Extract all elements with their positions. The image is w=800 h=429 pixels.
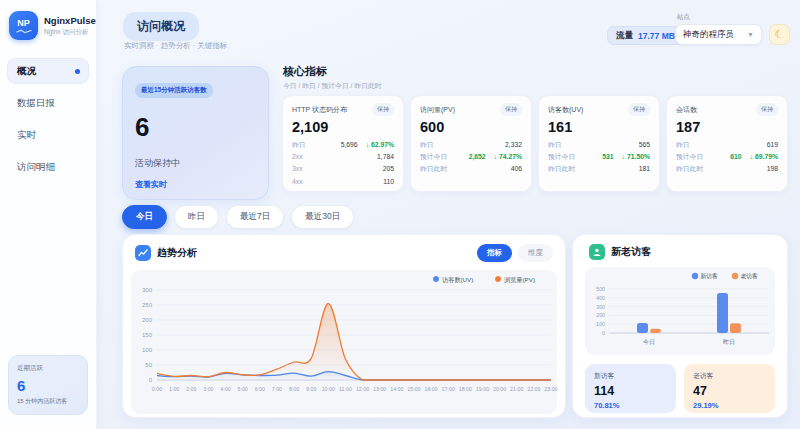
svg-text:0: 0	[602, 330, 605, 336]
main-content: 访问概况 实时洞察 · 趋势分析 · 关键指标 流量 17.77 MB 站点 神…	[97, 0, 800, 429]
stat-label: 老访客	[693, 371, 766, 381]
visitors-title: 新老访客	[611, 245, 651, 259]
sidebar-item-visit-detail[interactable]: 访问明细	[7, 154, 89, 180]
app-subtitle: Nginx 访问分析	[44, 28, 96, 37]
svg-text:2:00: 2:00	[186, 386, 196, 392]
active-visitors-status: 活动保持中	[135, 157, 256, 170]
metric-cards-row: HTTP 状态码分布 保持 2,109 昨日5,696↓ 62.97%2xx1,…	[282, 95, 788, 192]
svg-text:100: 100	[142, 347, 153, 353]
metric-label: 访客数(UV)	[548, 105, 583, 115]
svg-text:4:00: 4:00	[220, 386, 230, 392]
metric-value: 187	[676, 119, 778, 135]
sidebar-item-daily-report[interactable]: 数据日报	[7, 90, 89, 116]
svg-text:14:00: 14:00	[390, 386, 403, 392]
tab-last-30-days[interactable]: 最近30日	[291, 205, 354, 229]
svg-text:新访客: 新访客	[701, 273, 719, 280]
sidebar-item-label: 实时	[17, 129, 36, 142]
visitors-icon	[589, 244, 605, 260]
view-realtime-link[interactable]: 查看实时	[135, 179, 256, 190]
svg-text:访客数(UV): 访客数(UV)	[442, 276, 473, 284]
logo-text: NP	[17, 18, 30, 28]
sidebar-nav: 概况 数据日报 实时 访问明细	[0, 58, 96, 180]
svg-text:9:00: 9:00	[306, 386, 316, 392]
metric-row: 昨日此时181	[548, 163, 650, 175]
stat-value: 114	[594, 384, 667, 398]
svg-text:15:00: 15:00	[407, 386, 420, 392]
legend-item[interactable]: 新访客	[692, 273, 718, 281]
theme-toggle-button[interactable]: ☾	[769, 24, 790, 45]
svg-text:400: 400	[596, 295, 605, 301]
metric-row: 昨日此时406	[420, 163, 522, 175]
legend-item[interactable]: 访客数(UV)	[433, 276, 474, 284]
sidebar: NP NginxPulse Nginx 访问分析 概况 数据日报 实时 访问明细…	[0, 0, 97, 429]
active-visitors-badge: 最近15分钟活跃访客数	[135, 83, 213, 98]
svg-text:500: 500	[596, 286, 605, 292]
trend-line-chart: 0501001502002503000:001:002:003:004:005:…	[131, 270, 557, 414]
metric-value: 161	[548, 119, 650, 135]
metric-value: 600	[420, 119, 522, 135]
svg-text:300: 300	[596, 304, 605, 310]
sidebar-item-label: 数据日报	[17, 97, 55, 110]
tab-today[interactable]: 今日	[122, 205, 167, 229]
svg-text:22:00: 22:00	[527, 386, 540, 392]
metric-row: 预计今日610↓ 69.79%	[676, 151, 778, 163]
metric-status-badge: 保持	[372, 103, 394, 116]
svg-text:6:00: 6:00	[255, 386, 265, 392]
metric-card-visitors: 访客数(UV) 保持 161 昨日565预计今日531↓ 71.50%昨日此时1…	[538, 95, 660, 192]
metric-label: 会话数	[676, 105, 697, 115]
metric-row: 预计今日2,652↓ 74.27%	[420, 151, 522, 163]
stat-label: 新访客	[594, 371, 667, 381]
svg-text:250: 250	[142, 302, 153, 308]
legend-item[interactable]: 老访客	[732, 273, 758, 281]
metric-rows: 昨日619预计今日610↓ 69.79%昨日此时198	[676, 139, 778, 176]
core-metrics-title: 核心指标	[283, 64, 327, 79]
svg-text:今日: 今日	[643, 339, 655, 346]
traffic-value: 17.77 MB	[638, 31, 675, 41]
metric-row: 昨日此时198	[676, 163, 778, 175]
sidebar-footer-title: 近期活跃	[17, 364, 79, 373]
svg-text:13:00: 13:00	[373, 386, 386, 392]
site-select-dropdown[interactable]: 神奇的程序员 ▼	[675, 24, 762, 45]
svg-text:12:00: 12:00	[356, 386, 369, 392]
active-visitors-value: 6	[135, 112, 256, 143]
svg-text:1:00: 1:00	[169, 386, 179, 392]
tab-last-7-days[interactable]: 最近7日	[226, 205, 284, 229]
svg-text:10:00: 10:00	[322, 386, 335, 392]
new-visitors-stat: 新访客 114 70.81%	[585, 364, 676, 413]
trend-toggle-metric-button[interactable]: 指标	[477, 244, 512, 262]
legend-item[interactable]: 浏览量(PV)	[495, 276, 535, 284]
site-label: 站点	[677, 13, 690, 22]
svg-text:18:00: 18:00	[459, 386, 472, 392]
sidebar-item-overview[interactable]: 概况	[7, 58, 89, 84]
page-subtitle: 实时洞察 · 趋势分析 · 关键指标	[124, 41, 227, 51]
metric-row: 4xx110	[292, 176, 394, 188]
core-metrics-subtitle: 今日 / 昨日 / 预计今日 / 昨日此时	[283, 81, 382, 91]
svg-text:21:00: 21:00	[510, 386, 523, 392]
svg-text:200: 200	[596, 312, 605, 318]
trend-toggle-dimension-button[interactable]: 维度	[518, 244, 553, 262]
stat-value: 47	[693, 384, 766, 398]
trend-title: 趋势分析	[157, 246, 197, 260]
svg-text:5:00: 5:00	[237, 386, 247, 392]
metric-status-badge: 保持	[756, 103, 778, 116]
chevron-down-icon: ▼	[747, 31, 754, 38]
svg-text:100: 100	[596, 321, 605, 327]
site-selected-value: 神奇的程序员	[683, 29, 734, 41]
app-title-block: NginxPulse Nginx 访问分析	[44, 15, 96, 37]
svg-text:17:00: 17:00	[442, 386, 455, 392]
tab-yesterday[interactable]: 昨日	[174, 205, 219, 229]
traffic-label: 流量	[616, 30, 633, 42]
metric-label: 访问量(PV)	[420, 105, 455, 115]
metric-row: 5xx10	[292, 188, 394, 192]
metric-value: 2,109	[292, 119, 394, 135]
metric-rows: 昨日5,696↓ 62.97%2xx1,7843xx2054xx1105xx10	[292, 139, 394, 192]
svg-text:老访客: 老访客	[741, 273, 759, 280]
sidebar-item-realtime[interactable]: 实时	[7, 122, 89, 148]
svg-text:8:00: 8:00	[289, 386, 299, 392]
stat-percent: 70.81%	[594, 401, 667, 410]
metric-label: HTTP 状态码分布	[292, 105, 347, 115]
svg-text:11:00: 11:00	[339, 386, 352, 392]
trend-analysis-card: 趋势分析 指标 维度 0501001502002503000:001:002:0…	[122, 234, 566, 418]
active-visitors-card: 最近15分钟活跃访客数 6 活动保持中 查看实时	[122, 66, 269, 200]
metric-row: 昨日2,332	[420, 139, 522, 151]
